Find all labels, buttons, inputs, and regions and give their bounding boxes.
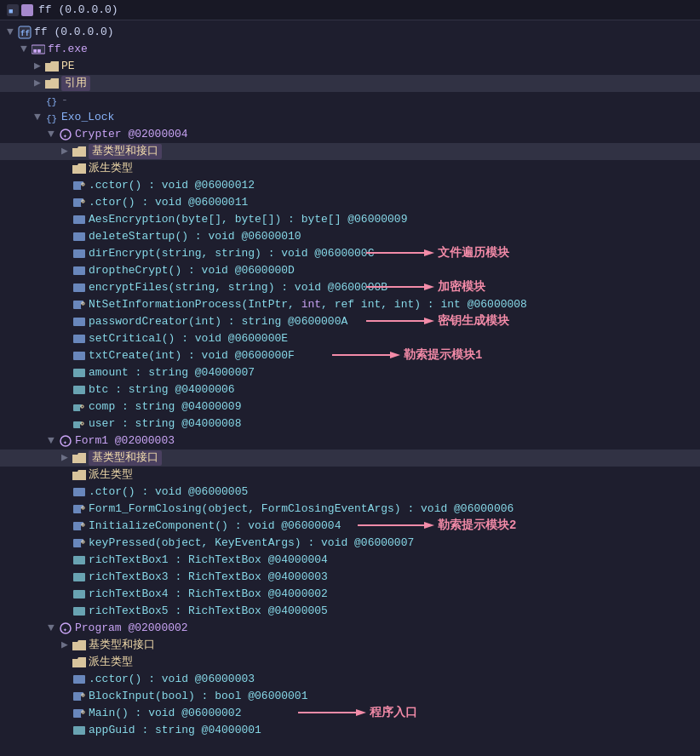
tree-row[interactable]: user : string @04000008 <box>0 415 700 432</box>
tree-row[interactable]: ▶ 基类型和接口 <box>0 450 700 467</box>
tree-row[interactable]: NtSetInformationProcess(IntPtr, int, ref… <box>0 296 700 313</box>
braces-icon: {} <box>44 94 60 107</box>
tree-row-encryptfiles[interactable]: encryptFiles(string, string) : void @060… <box>0 279 700 296</box>
node-label: Form1 @02000003 <box>75 433 175 449</box>
svg-rect-36 <box>73 369 85 377</box>
svg-marker-54 <box>424 522 434 529</box>
node-label: ff.exe <box>48 42 88 57</box>
svg-text:✦: ✦ <box>63 132 67 140</box>
svg-text:{}: {} <box>46 114 57 123</box>
expand-icon[interactable]: ▼ <box>31 110 44 125</box>
tree-row[interactable]: 派生类型 <box>0 467 700 484</box>
expand-icon[interactable]: ▼ <box>44 621 58 636</box>
expand-icon[interactable]: ▶ <box>58 450 72 466</box>
tree-row[interactable]: richTextBox1 : RichTextBox @04000004 <box>0 552 700 569</box>
expand-icon[interactable]: ▼ <box>3 25 17 40</box>
tree-row[interactable]: Form1_FormClosing(object, FormClosingEve… <box>0 501 700 518</box>
node-label: setCritical() : void @0600000E <box>89 331 288 346</box>
tree-row[interactable]: 派生类型 <box>0 160 700 177</box>
tree-row-passwordcreator[interactable]: passwordCreator(int) : string @0600000A … <box>0 313 700 330</box>
expand-icon[interactable]: ▶ <box>31 59 44 74</box>
tree-row[interactable]: ▼ {} Exo_Lock <box>0 109 700 126</box>
class-icon: ✦ <box>58 434 73 448</box>
tree-row[interactable]: ▶ 引用 <box>0 75 700 92</box>
folder-icon <box>72 656 87 669</box>
node-label: richTextBox3 : RichTextBox @04000003 <box>89 570 328 585</box>
tree-row[interactable]: ▼ ✦ Program @02000002 <box>0 620 700 637</box>
tree-row[interactable]: comp : string @04000009 <box>0 398 700 415</box>
svg-rect-60 <box>73 590 85 598</box>
field-icon <box>72 570 87 584</box>
tree-row[interactable]: richTextBox3 : RichTextBox @04000003 <box>0 569 700 586</box>
expand-icon[interactable]: ▼ <box>17 42 31 57</box>
svg-rect-23 <box>73 284 85 292</box>
tree-row[interactable]: {} - <box>0 92 700 109</box>
tree-row[interactable]: .ctor() : void @06000005 <box>0 484 700 501</box>
method-icon <box>72 673 87 686</box>
node-label: 基类型和接口 <box>89 638 155 653</box>
tree-row[interactable]: richTextBox4 : RichTextBox @04000002 <box>0 586 700 603</box>
tree-row[interactable]: ▶ PE <box>0 58 700 75</box>
expand-icon[interactable]: ▶ <box>58 144 72 159</box>
annotation-passwordcreator: 密钥生成模块 <box>366 313 509 329</box>
folder-icon <box>72 145 87 158</box>
svg-text:{}: {} <box>46 97 57 106</box>
svg-rect-18 <box>73 232 85 241</box>
expand-icon[interactable]: ▶ <box>58 638 72 653</box>
tree-row-txtcreate[interactable]: txtCreate(int) : void @0600000F 勒索提示模块1 <box>0 347 700 364</box>
tree-row-main[interactable]: Main() : void @06000002 程序入口 <box>0 705 700 722</box>
tree-row[interactable]: ▶ 基类型和接口 <box>0 143 700 160</box>
svg-rect-73 <box>73 726 85 735</box>
svg-marker-25 <box>424 284 434 290</box>
field-icon <box>72 366 87 380</box>
node-label: .ctor() : void @06000011 <box>89 195 248 210</box>
tree-row[interactable]: ▼ ✦ Form1 @02000003 <box>0 432 700 450</box>
tree-row[interactable]: appGuid : string @04000001 <box>0 722 700 739</box>
tree-row-direncrypt[interactable]: dirEncrypt(string, string) : void @06000… <box>0 245 700 262</box>
svg-rect-17 <box>73 215 85 224</box>
class-icon: ✦ <box>58 621 73 635</box>
node-label: 派生类型 <box>89 655 133 670</box>
method-icon <box>72 196 87 209</box>
node-label: 派生类型 <box>89 161 133 176</box>
tree-row[interactable]: .cctor() : void @06000003 <box>0 671 700 688</box>
svg-text:■: ■ <box>9 8 13 16</box>
field-icon <box>72 604 87 618</box>
node-label: .cctor() : void @06000003 <box>89 672 255 687</box>
node-label: PE <box>61 59 75 74</box>
method-icon <box>72 213 87 226</box>
method-icon <box>72 349 87 363</box>
tree-row[interactable]: AesEncryption(byte[], byte[]) : byte[] @… <box>0 211 700 228</box>
field-lock-icon <box>72 417 87 431</box>
field-icon <box>72 724 87 737</box>
svg-rect-58 <box>73 556 85 564</box>
tree-row[interactable]: .cctor() : void @06000012 <box>0 177 700 194</box>
svg-rect-46 <box>73 488 85 496</box>
tree-row[interactable]: ▼ ■■ ff.exe <box>0 41 700 58</box>
tree-row[interactable]: BlockInput(bool) : bool @06000001 <box>0 688 700 705</box>
tree-row[interactable]: deleteStartup() : void @06000010 <box>0 228 700 245</box>
annotation-initializecomponent: 勒索提示模块2 <box>358 518 516 533</box>
tree-row[interactable]: ▼ ✦ Crypter @02000004 <box>0 126 700 143</box>
tree-row[interactable]: ▶ 基类型和接口 <box>0 637 700 654</box>
tree-row[interactable]: keyPressed(object, KeyEventArgs) : void … <box>0 535 700 552</box>
expand-icon[interactable]: ▼ <box>44 433 58 449</box>
node-label: .cctor() : void @06000012 <box>89 178 255 193</box>
tree-row[interactable]: setCritical() : void @0600000E <box>0 330 700 347</box>
field-icon <box>72 383 87 397</box>
svg-marker-31 <box>424 318 434 324</box>
svg-rect-29 <box>73 318 85 326</box>
svg-text:✦: ✦ <box>63 438 67 446</box>
tree-row[interactable]: richTextBox5 : RichTextBox @04000005 <box>0 603 700 620</box>
tree-row[interactable]: 派生类型 <box>0 654 700 671</box>
tree-row-initializecomponent[interactable]: InitializeComponent() : void @06000004 勒… <box>0 518 700 535</box>
expand-icon[interactable]: ▼ <box>44 127 58 142</box>
tree-row[interactable]: .ctor() : void @06000011 <box>0 194 700 211</box>
tree-row[interactable]: btc : string @04000006 <box>0 381 700 398</box>
expand-icon[interactable]: ▶ <box>31 76 44 91</box>
node-label: btc : string @04000006 <box>89 382 235 398</box>
tree-row[interactable]: ▼ ff ff (0.0.0.0) <box>0 24 700 41</box>
tree-row[interactable]: amount : string @04000007 <box>0 364 700 381</box>
tree-row[interactable]: droptheCrypt() : void @0600000D <box>0 262 700 279</box>
annotation-txtcreate: 勒索提示模块1 <box>332 347 482 363</box>
